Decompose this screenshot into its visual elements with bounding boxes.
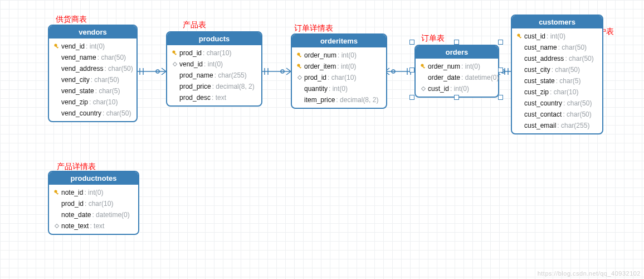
column-row[interactable]: cust_id: int(0): [513, 31, 601, 42]
entity-columns: vend_id: int(0)vend_name: char(50)vend_a…: [49, 39, 136, 121]
resize-handle[interactable]: [498, 95, 503, 100]
entity-vendors[interactable]: vendors vend_id: int(0)vend_name: char(5…: [48, 25, 138, 122]
svg-point-7: [281, 70, 284, 73]
resize-handle[interactable]: [409, 68, 414, 73]
column-row[interactable]: vend_id: int(0): [50, 41, 135, 52]
selection-outline: [411, 41, 501, 98]
column-row[interactable]: cust_contact: char(50): [513, 109, 601, 120]
column-type: : int(0): [338, 51, 357, 60]
column-name: prod_desc: [179, 93, 211, 102]
resize-handle[interactable]: [409, 40, 414, 45]
column-row[interactable]: cust_zip: char(10): [513, 86, 601, 98]
column-row[interactable]: cust_name: char(50): [513, 42, 601, 53]
column-name: prod_id: [179, 49, 202, 57]
diagram-canvas[interactable]: 供货商表 产品表 订单详情表 订单表 用户表 产品详情表 vendors ven…: [0, 0, 644, 279]
column-name: vend_zip: [61, 98, 88, 107]
column-row[interactable]: vend_name: char(50): [50, 52, 135, 63]
svg-rect-40: [55, 224, 58, 228]
column-row[interactable]: prod_desc: text: [168, 92, 260, 103]
entity-columns: order_num: int(0)order_item: int(0)prod_…: [292, 47, 386, 108]
column-name: note_id: [61, 188, 83, 197]
column-type: : char(50): [97, 53, 126, 62]
column-row[interactable]: cust_city: char(50): [513, 64, 601, 75]
column-row[interactable]: cust_country: char(50): [513, 98, 601, 109]
column-row[interactable]: prod_id: char(10): [50, 198, 137, 209]
column-row[interactable]: vend_address: char(50): [50, 63, 135, 74]
column-name: vend_city: [61, 75, 90, 84]
column-row[interactable]: item_price: decimal(8, 2): [293, 94, 385, 105]
column-type: : char(50): [552, 65, 580, 74]
column-row[interactable]: prod_price: decimal(8, 2): [168, 81, 260, 92]
entity-customers[interactable]: customers cust_id: int(0)cust_name: char…: [511, 15, 603, 134]
resize-handle[interactable]: [454, 40, 459, 45]
column-type: : text: [212, 93, 226, 102]
column-name: cust_email: [524, 121, 556, 130]
column-row[interactable]: vend_id: int(0): [168, 59, 260, 70]
column-type: : char(50): [558, 43, 587, 52]
column-type: : datetime(0): [92, 210, 129, 219]
column-type: : int(0): [329, 84, 348, 93]
column-type: : int(0): [86, 42, 105, 51]
column-type: : char(255): [214, 71, 247, 80]
svg-point-19: [172, 50, 175, 53]
column-row[interactable]: prod_id: char(10): [168, 47, 260, 59]
column-name: cust_city: [524, 65, 550, 74]
entity-title: customers: [512, 16, 602, 28]
resize-handle[interactable]: [454, 95, 459, 100]
svg-rect-22: [173, 62, 177, 66]
column-row[interactable]: quantity: int(0): [293, 83, 385, 94]
entity-title: products: [167, 32, 261, 45]
column-row[interactable]: order_item: int(0): [293, 61, 385, 72]
column-type: : int(0): [84, 188, 103, 197]
column-name: cust_contact: [524, 110, 562, 119]
annotation-vendors: 供货商表: [56, 15, 87, 25]
entity-columns: prod_id: char(10)vend_id: int(0)prod_nam…: [167, 45, 261, 105]
svg-point-26: [297, 64, 300, 66]
column-name: cust_state: [524, 76, 555, 85]
column-row[interactable]: prod_id: char(10): [293, 72, 385, 83]
foreign-key-icon: [54, 223, 60, 229]
column-type: : char(50): [565, 54, 593, 63]
primary-key-icon: [172, 50, 178, 56]
column-name: quantity: [304, 84, 328, 93]
column-type: : char(50): [563, 110, 591, 119]
column-row[interactable]: cust_email: char(255): [513, 120, 601, 131]
column-type: : char(10): [85, 199, 113, 208]
column-type: : int(0): [337, 62, 356, 71]
entity-productnotes[interactable]: productnotes note_id: int(0)prod_id: cha…: [48, 171, 139, 235]
entity-orderitems[interactable]: orderitems order_num: int(0)order_item: …: [291, 33, 387, 109]
annotation-orderitems: 订单详情表: [294, 23, 333, 33]
svg-point-34: [517, 33, 520, 36]
column-name: vend_id: [61, 42, 85, 51]
entity-products[interactable]: products prod_id: char(10)vend_id: int(0…: [166, 31, 262, 107]
resize-handle[interactable]: [409, 95, 414, 100]
column-name: vend_id: [179, 60, 203, 69]
column-type: : int(0): [204, 60, 223, 69]
column-name: prod_name: [179, 71, 213, 80]
resize-handle[interactable]: [498, 40, 503, 45]
column-row[interactable]: vend_country: char(50): [50, 108, 135, 119]
column-row[interactable]: vend_zip: char(10): [50, 97, 135, 108]
column-type: : char(50): [103, 109, 131, 118]
column-row[interactable]: cust_address: char(50): [513, 53, 601, 64]
column-type: : char(5): [95, 86, 120, 95]
column-row[interactable]: vend_city: char(50): [50, 74, 135, 85]
resize-handle[interactable]: [498, 68, 503, 73]
annotation-products: 产品表: [183, 20, 206, 30]
column-row[interactable]: cust_state: char(5): [513, 75, 601, 86]
column-name: vend_state: [61, 86, 94, 95]
column-name: cust_id: [524, 32, 545, 41]
column-row[interactable]: note_date: datetime(0): [50, 209, 137, 220]
column-row[interactable]: note_text: text: [50, 220, 137, 232]
column-row[interactable]: order_num: int(0): [293, 50, 385, 61]
column-row[interactable]: note_id: int(0): [50, 187, 137, 198]
column-type: : decimal(8, 2): [336, 95, 378, 104]
column-name: cust_address: [524, 54, 564, 63]
column-row[interactable]: vend_state: char(5): [50, 85, 135, 97]
primary-key-icon: [53, 189, 60, 196]
column-name: prod_id: [304, 73, 326, 82]
column-type: : char(10): [328, 73, 356, 82]
entity-columns: note_id: int(0)prod_id: char(10)note_dat…: [49, 185, 138, 234]
column-row[interactable]: prod_name: char(255): [168, 70, 260, 81]
watermark: https://blog.csdn.net/qq_40932102: [538, 270, 641, 277]
